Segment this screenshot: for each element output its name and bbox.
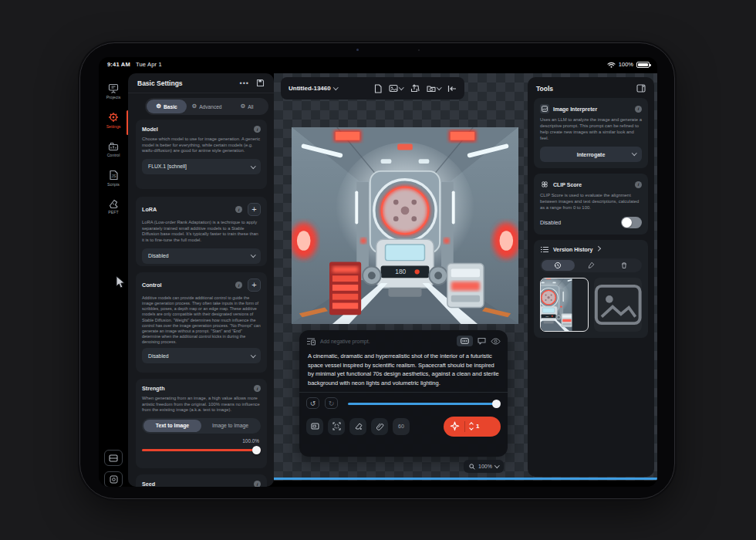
save-icon (256, 79, 265, 87)
guidance-slider[interactable] (348, 399, 501, 408)
strength-card: Strength i When generating from an image… (136, 379, 267, 468)
interrogate-label: Interrogate (577, 152, 606, 157)
control-description: Additive models can provide additional c… (142, 295, 261, 345)
history-tab[interactable] (542, 260, 575, 271)
control-title: Control (142, 282, 235, 289)
strength-slider[interactable] (142, 446, 261, 454)
lora-title: LoRA (142, 206, 235, 213)
negative-prompt-input[interactable]: Add negative prompt. (320, 339, 452, 344)
mode-image-to-image[interactable]: Image to Image (201, 420, 259, 432)
clip-score-description: CLIP Score is used to evaluate the align… (540, 193, 642, 211)
sidebar-item-scripts[interactable]: JS Scripts (99, 170, 128, 187)
settings-panel-header: Basic Settings ••• (128, 73, 274, 93)
prompt-strength-row: ↺ ↻ (299, 393, 508, 413)
app-screen: 9:41 AMTue Apr 1 100% Projects Settings … (99, 57, 657, 487)
app-settings-button[interactable] (104, 471, 123, 487)
chevron-down-icon (437, 85, 441, 89)
tab-advanced[interactable]: ⚙Advanced (187, 100, 227, 113)
svg-text:JS: JS (111, 174, 116, 178)
clip-score-card: CLIP Score i CLIP Score is used to evalu… (534, 174, 648, 235)
chevron-down-icon (632, 150, 636, 155)
gear-square-icon (110, 475, 118, 484)
mode-text-to-image[interactable]: Text to Image (143, 420, 201, 432)
new-document-button[interactable] (374, 84, 382, 93)
control-dropdown[interactable]: Disabled (142, 348, 261, 363)
eraser-button[interactable] (349, 418, 366, 435)
attach-button[interactable] (371, 418, 388, 435)
lora-dropdown[interactable]: Disabled (142, 248, 261, 264)
undo-button[interactable]: ↺ (306, 397, 319, 409)
insert-image-button[interactable] (389, 84, 403, 93)
lora-card: LoRA i + LoRA (Low-order Rank Adaptation… (136, 197, 267, 266)
clip-score-toggle[interactable] (621, 217, 642, 228)
settings-gear-icon (108, 112, 119, 123)
canvas-bottom-accent (274, 478, 657, 480)
image-interpreter-description: Uses an LLM to analyze the image and gen… (540, 117, 642, 141)
tab-basic[interactable]: ⚙Basic (147, 100, 187, 113)
edits-tab[interactable] (575, 260, 608, 271)
tab-label: Basic (164, 104, 177, 110)
toggle-knob (622, 218, 632, 228)
version-history-header[interactable]: Version History (540, 246, 642, 253)
save-settings-button[interactable] (256, 79, 265, 87)
gear-icon: ⚙ (240, 103, 245, 110)
chevron-right-icon (596, 246, 600, 251)
chevron-down-icon (333, 85, 338, 89)
slider-knob[interactable] (492, 400, 501, 408)
zoom-control[interactable]: 100% (464, 460, 504, 473)
sidebar-item-control[interactable]: Control (99, 141, 128, 157)
sidebar-item-projects[interactable]: Projects (99, 83, 128, 100)
chevron-down-icon (399, 85, 403, 89)
keyboard-mode-button[interactable] (457, 336, 473, 346)
crop-button[interactable] (328, 418, 345, 435)
image-interpreter-card: Image Interpreter i Uses an LLM to analy… (534, 98, 648, 168)
info-icon[interactable]: i (635, 181, 642, 188)
tools-panel: Tools Image Interpreter i Uses an LLM to… (528, 77, 654, 477)
info-icon[interactable]: i (635, 106, 642, 113)
chat-bubble-button[interactable] (478, 337, 486, 345)
batch-stepper[interactable] (470, 423, 473, 430)
sidebar-item-peft[interactable]: PEFT (99, 198, 128, 214)
more-options-button[interactable]: ••• (240, 79, 249, 87)
strength-mode-segmented: Text to Image Image to Image (142, 418, 261, 434)
info-icon[interactable]: i (254, 481, 261, 487)
generated-image[interactable] (292, 127, 518, 324)
model-value: FLUX.1 [schnell] (148, 164, 251, 169)
brush-icon (587, 262, 595, 269)
collapse-panel-button[interactable] (447, 85, 457, 93)
version-history-card: Version History (534, 240, 648, 338)
info-icon[interactable]: i (254, 385, 261, 392)
sidebar-item-settings[interactable]: Settings (99, 112, 128, 129)
canvas-size-button[interactable] (306, 418, 323, 435)
steps-value[interactable]: 60 (393, 418, 410, 435)
info-icon[interactable]: i (235, 206, 242, 213)
redo-button[interactable]: ↻ (325, 397, 338, 409)
tab-all[interactable]: ⚙All (227, 100, 267, 113)
info-icon[interactable]: i (235, 282, 242, 289)
prompt-textarea[interactable]: A cinematic, dramatic and hyperrealistic… (299, 349, 508, 388)
resize-canvas-icon (311, 422, 319, 430)
info-icon[interactable]: i (254, 126, 261, 133)
add-control-button[interactable]: + (248, 278, 261, 292)
panel-toggle-icon[interactable] (636, 84, 646, 93)
interrogate-button[interactable]: Interrogate (540, 147, 642, 162)
document-title-menu[interactable]: Untitled-13460 (289, 85, 337, 92)
version-thumbnail-empty[interactable] (594, 278, 642, 332)
layout-toggle-button[interactable] (104, 450, 123, 466)
add-lora-button[interactable]: + (248, 203, 261, 216)
image-interpreter-icon (540, 104, 549, 113)
prompt-queue-icon[interactable] (306, 337, 316, 346)
version-history-title: Version History (553, 247, 592, 252)
preview-visibility-button[interactable] (491, 338, 501, 345)
discard-tab[interactable] (607, 260, 640, 271)
folder-button[interactable] (427, 85, 441, 93)
model-dropdown[interactable]: FLUX.1 [schnell] (142, 159, 261, 174)
prompt-actions-row: 60 1 (299, 413, 508, 437)
eraser-icon (354, 422, 363, 430)
status-bar: 9:41 AMTue Apr 1 100% (99, 57, 657, 73)
tools-header: Tools (528, 77, 654, 98)
share-button[interactable] (410, 84, 420, 93)
generate-button[interactable]: 1 (444, 417, 501, 437)
slider-knob[interactable] (252, 446, 261, 454)
version-thumbnail-current[interactable] (540, 278, 589, 332)
